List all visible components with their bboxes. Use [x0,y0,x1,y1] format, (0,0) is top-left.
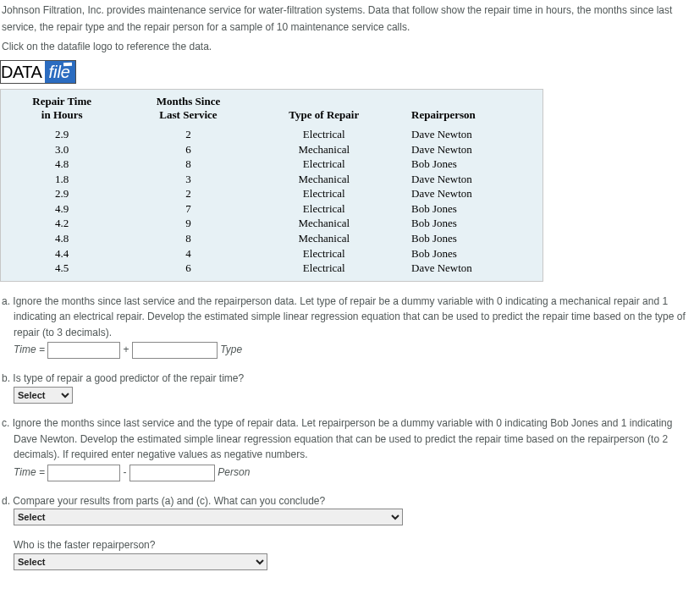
cell-months: 2 [123,127,253,142]
qc-minus: - [124,466,129,478]
cell-type: Electrical [254,186,394,201]
col-header-type: Type of Repair [254,90,394,127]
qa-plus: + [124,344,132,356]
cell-months: 6 [123,261,253,281]
cell-time: 4.8 [1,157,123,172]
cell-person: Dave Newton [394,127,543,142]
col-header-months: Months SinceLast Service [123,90,253,127]
col-header-repair-time: Repair Timein Hours [1,90,123,127]
cell-months: 6 [123,142,253,157]
cell-person: Bob Jones [394,216,543,231]
intro-paragraph-1: Johnson Filtration, Inc. provides mainte… [0,0,694,36]
cell-time: 4.9 [1,201,123,217]
qc-term: Person [218,466,250,478]
table-row: 4.56ElectricalDave Newton [1,261,543,281]
cell-person: Bob Jones [394,246,543,261]
datafile-logo-left: DATA [1,61,45,83]
cell-time: 3.0 [1,142,123,157]
table-row: 4.88ElectricalBob Jones [1,157,543,172]
qd-sub-question: Who is the faster repairperson? [14,539,155,551]
cell-months: 8 [123,157,253,172]
cell-time: 4.8 [1,231,123,246]
cell-type: Mechanical [254,216,394,231]
cell-type: Mechanical [254,172,394,187]
cell-months: 2 [123,186,253,201]
table-row: 4.44ElectricalBob Jones [1,246,543,261]
col-header-person: Repairperson [394,90,543,127]
cell-type: Mechanical [254,231,394,246]
question-a: a. Ignore the months since last service … [0,282,694,360]
cell-person: Bob Jones [394,201,543,217]
table-row: 4.97ElectricalBob Jones [1,201,543,217]
question-c: c. Ignore the months since last service … [0,404,694,481]
qa-eq-lhs: Time = [14,344,47,356]
question-d: d. Compare your results from parts (a) a… [0,481,694,570]
question-a-label: a. [2,295,13,307]
cell-time: 1.8 [1,172,123,187]
qa-input-intercept[interactable] [47,342,120,359]
question-a-text: Ignore the months since last service and… [13,295,685,338]
cell-time: 4.5 [1,261,123,281]
question-c-text: Ignore the months since last service and… [13,417,673,460]
question-c-label: c. [2,417,13,429]
table-row: 1.83MechanicalDave Newton [1,172,543,187]
cell-person: Bob Jones [394,231,543,246]
datafile-logo-right: file [45,61,75,83]
intro-text-1: Johnson Filtration, Inc. provides mainte… [2,4,672,33]
cell-type: Electrical [254,261,394,281]
qc-input-intercept[interactable] [47,465,120,481]
cell-months: 8 [123,231,253,246]
cell-months: 3 [123,172,253,187]
cell-person: Dave Newton [394,172,543,187]
intro-paragraph-2: Click on the datafile logo to reference … [0,36,694,55]
qa-term: Type [220,344,242,356]
cell-months: 9 [123,216,253,231]
qb-select[interactable]: Select [14,387,73,404]
cell-type: Electrical [254,246,394,261]
cell-time: 4.4 [1,246,123,261]
qd-select-conclusion[interactable]: Select [14,509,403,525]
intro-text-2: Click on the datafile logo to reference … [2,41,212,52]
question-d-text: Compare your results from parts (a) and … [13,495,325,507]
cell-person: Dave Newton [394,142,543,157]
cell-person: Bob Jones [394,157,543,172]
question-b-label: b. [2,372,13,384]
table-row: 4.88MechanicalBob Jones [1,231,543,246]
cell-months: 4 [123,246,253,261]
cell-person: Dave Newton [394,261,543,281]
cell-time: 4.2 [1,216,123,231]
qc-eq-lhs: Time = [14,466,47,478]
cell-months: 7 [123,201,253,217]
table-row: 2.92ElectricalDave Newton [1,186,543,201]
table-row: 4.29MechanicalBob Jones [1,216,543,231]
cell-type: Mechanical [254,142,394,157]
cell-type: Electrical [254,127,394,142]
question-d-label: d. [2,495,13,507]
qc-input-slope[interactable] [129,465,215,481]
question-b: b. Is type of repair a good predictor of… [0,359,694,404]
qa-input-slope[interactable] [132,342,218,359]
cell-time: 2.9 [1,127,123,142]
cell-person: Dave Newton [394,186,543,201]
cell-type: Electrical [254,201,394,217]
qd-select-faster[interactable]: Select [14,553,267,570]
data-table: Repair Timein Hours Months SinceLast Ser… [0,89,543,281]
table-row: 3.06MechanicalDave Newton [1,142,543,157]
question-b-text: Is type of repair a good predictor of th… [13,372,244,384]
table-row: 2.92ElectricalDave Newton [1,127,543,142]
cell-type: Electrical [254,157,394,172]
cell-time: 2.9 [1,186,123,201]
datafile-logo[interactable]: DATA file [0,60,76,84]
